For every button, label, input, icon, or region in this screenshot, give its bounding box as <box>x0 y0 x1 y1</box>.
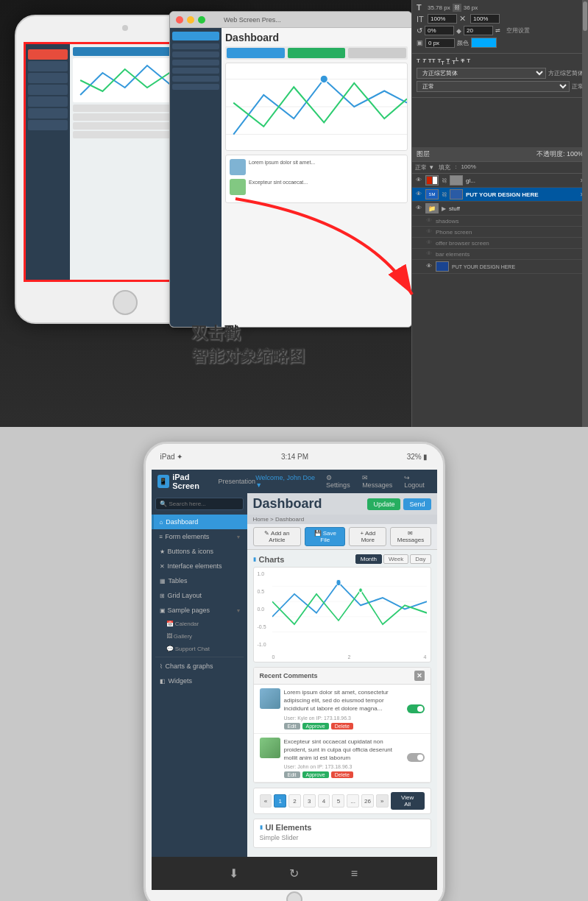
view-all-btn[interactable]: View All <box>391 792 425 810</box>
prev-btn[interactable]: « <box>260 794 272 808</box>
sidebar-item-charts[interactable]: ⌇ Charts & graphs <box>152 659 247 674</box>
ps-layer-row-design2[interactable]: 👁 PUT YOUR DESIGN HERE <box>412 260 588 274</box>
ps-layer-label-shadows: shadows <box>436 218 585 225</box>
sidebar-item-form[interactable]: ≡ Form elements ▼ <box>152 529 247 544</box>
ps-tc2[interactable]: TT <box>438 57 444 66</box>
ps-tt[interactable]: TT <box>428 57 436 64</box>
page-5-btn[interactable]: 5 <box>332 794 344 808</box>
delete-btn-1[interactable]: Delete <box>331 723 353 729</box>
ps-eye-icon[interactable]: 👁 <box>425 217 433 225</box>
sidebar-subitem-calendar[interactable]: 📅 Calendar <box>152 618 247 630</box>
save-file-btn[interactable]: 💾 Save File <box>305 527 345 546</box>
close-button[interactable]: ✕ <box>414 671 425 681</box>
wp-sidebar-item <box>172 76 219 82</box>
ps-angle-input[interactable]: 0% <box>425 26 454 35</box>
sidebar-item-sample[interactable]: ▣ Sample pages ▼ <box>152 603 247 618</box>
tl-red[interactable] <box>176 16 183 24</box>
ps-eye-icon[interactable]: 👁 <box>415 177 422 184</box>
comment-body-2: Excepteur sint occaecat cupidatat non pr… <box>284 738 403 779</box>
logout-link[interactable]: ↪ Logout <box>404 474 431 489</box>
sidebar-item-interface[interactable]: ✕ Interface elements <box>152 559 247 573</box>
page-last-btn[interactable]: 26 <box>361 794 374 808</box>
tl-green[interactable] <box>198 16 205 24</box>
page-2-btn[interactable]: 2 <box>288 794 301 808</box>
ps-layer-row-stuff[interactable]: 👁 📁 ▶ stuff <box>412 202 588 216</box>
refresh-icon[interactable]: ↻ <box>286 866 302 882</box>
ps-eye-icon[interactable]: 👁 <box>415 191 422 198</box>
sidebar-subitem-chat[interactable]: 💬 Support Chat <box>152 643 247 655</box>
ps-eye-icon[interactable]: 👁 <box>425 250 433 258</box>
page-4-btn[interactable]: 4 <box>318 794 330 808</box>
ps-layer-row-bar[interactable]: 👁 bar elements <box>412 249 588 260</box>
ps-layer-row-shadows[interactable]: 👁 shadows <box>412 216 588 227</box>
sidebar-item-tables[interactable]: ▦ Tables <box>152 573 247 588</box>
ps-layer-row-phone[interactable]: 👁 Phone screen <box>412 227 588 238</box>
ps-layer-row[interactable]: 👁 ⛓ gl... ✕ <box>412 174 588 188</box>
sidebar-item-buttons[interactable]: ★ Buttons & icons <box>152 544 247 559</box>
sidebar-search[interactable]: 🔍 Search here... <box>155 498 244 510</box>
sidebar-item-grid[interactable]: ⊞ Grid Layout <box>152 588 247 603</box>
messages-link[interactable]: ✉ Messages <box>362 474 398 489</box>
edit-btn-2[interactable]: Edit <box>284 771 300 778</box>
chart-tab-week[interactable]: Week <box>383 554 408 564</box>
chart-tab-month[interactable]: Month <box>355 554 382 564</box>
ps-layer-row-browser[interactable]: 👁 offer browser screen <box>412 238 588 249</box>
comment-toggle-1[interactable] <box>407 704 425 713</box>
svg-point-10 <box>358 588 362 593</box>
messages-btn[interactable]: ✉ Messages <box>390 527 431 546</box>
download-icon[interactable]: ⬇ <box>226 866 242 882</box>
ps-tc5[interactable]: T <box>461 57 464 64</box>
update-button[interactable]: Update <box>367 498 400 510</box>
ps-font-select[interactable]: 方正综艺简体 <box>417 68 546 79</box>
ps-px-input[interactable]: 0 px <box>425 38 455 48</box>
page-3-btn[interactable]: 3 <box>303 794 316 808</box>
add-more-btn[interactable]: + Add More <box>349 527 386 546</box>
ps-eye-icon[interactable]: 👁 <box>415 205 422 212</box>
simple-slider-label: Simple Slider <box>260 832 425 844</box>
sidebar-label: Tables <box>169 577 188 584</box>
ps-expand3[interactable]: ▶ <box>442 205 446 212</box>
ps-scrollbar-thumb[interactable] <box>583 1 587 31</box>
ps-diamond-icon: ◆ <box>456 27 461 35</box>
ps-other-input[interactable]: 20 <box>464 26 493 35</box>
approve-btn-1[interactable]: Approve <box>302 723 329 729</box>
ps-eye-icon[interactable]: 👁 <box>425 239 433 247</box>
menu-icon[interactable]: ≡ <box>347 866 363 882</box>
ps-color-swatch[interactable] <box>471 38 497 48</box>
sidebar-subitem-gallery[interactable]: 🖼 Gallery <box>152 630 247 643</box>
next-btn[interactable]: » <box>376 794 389 808</box>
ps-tc4[interactable]: TL <box>452 57 458 66</box>
ps-bold[interactable]: T <box>417 57 420 64</box>
page-1-btn[interactable]: 1 <box>274 794 286 808</box>
ps-italic[interactable]: T <box>422 57 426 64</box>
ps-eye-icon[interactable]: 👁 <box>425 228 433 236</box>
settings-link[interactable]: ⚙ Settings <box>326 474 356 489</box>
ps-tc3[interactable]: T̲ <box>447 58 450 64</box>
ps-font-label: 方正综艺简体 <box>548 69 584 77</box>
approve-btn-2[interactable]: Approve <box>302 771 329 778</box>
ipad-frame: iPad ✦ 3:14 PM 32% ▮ 📱 iPad Screen Prese… <box>144 442 445 901</box>
page-ellipsis-btn[interactable]: ... <box>347 794 359 808</box>
delete-btn-2[interactable]: Delete <box>331 771 353 778</box>
wp-comment-row: Lorem ipsum dolor sit amet... <box>230 159 403 175</box>
send-button[interactable]: Send <box>403 498 431 510</box>
ps-width-input[interactable]: 100% <box>428 14 457 24</box>
ps-scrollbar[interactable] <box>582 0 588 427</box>
comment-toggle-2[interactable] <box>407 753 425 762</box>
wp-action-btn <box>288 48 346 58</box>
ps-eye-icon[interactable]: 👁 <box>425 263 433 270</box>
ps-layer-label-browser: offer browser screen <box>436 240 585 247</box>
welcome-link[interactable]: Welcome, John Doe ▼ <box>255 474 320 489</box>
bottom-section: iPad ✦ 3:14 PM 32% ▮ 📱 iPad Screen Prese… <box>0 427 588 901</box>
ipad-home-button[interactable] <box>286 891 302 901</box>
sidebar-item-widgets[interactable]: ◧ Widgets <box>152 674 247 688</box>
add-article-btn[interactable]: ✎ Add an Article <box>253 527 302 546</box>
ps-style-select[interactable]: 正常 <box>417 81 570 92</box>
ps-height-input[interactable]: 100% <box>470 14 500 24</box>
ps-layer-row-selected[interactable]: 👁 SM ⛓ PUT YOUR DESIGN HERE ✕ <box>412 188 588 202</box>
ps-tc6[interactable]: T <box>467 57 470 64</box>
chart-tab-day[interactable]: Day <box>410 554 431 564</box>
sidebar-item-dashboard[interactable]: ⌂ Dashboard <box>152 515 247 529</box>
edit-btn-1[interactable]: Edit <box>284 723 300 729</box>
tl-yellow[interactable] <box>187 16 194 24</box>
